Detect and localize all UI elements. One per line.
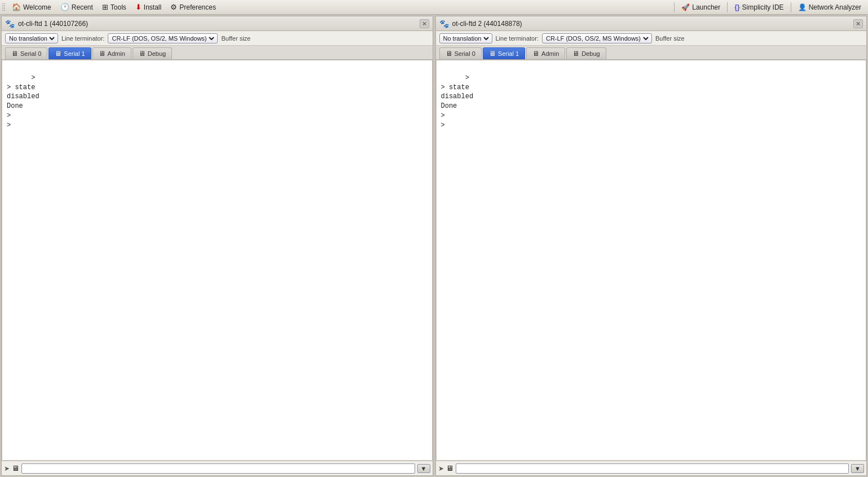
line-terminator-label-left: Line terminator: [61,35,104,42]
tab-right-serial0[interactable]: 🖥 Serial 0 [439,47,482,59]
main-area: 🐾 ot-cli-ftd 1 (440107266) ✕ No translat… [0,15,868,477]
terminal-left-content: > > state disabled Done > > [7,74,39,129]
line-terminator-select-left[interactable]: CR-LF (DOS, OS/2, MS Windows) [108,33,218,43]
menu-right: 🚀 Launcher {} Simplicity IDE 👤 Network A… [673,2,866,12]
buffer-size-label-left: Buffer size [221,35,250,42]
translation-select-right[interactable]: No translation [439,33,492,43]
input-arrow-right[interactable]: ▼ [851,464,864,473]
admin-icon-right: 🖥 [532,50,539,58]
menu-label-install: Install [144,3,161,11]
admin-icon-left: 🖥 [99,50,105,58]
tab-left-serial1[interactable]: 🖥 Serial 1 [49,47,91,59]
tab-right-admin[interactable]: 🖥 Admin [526,47,565,59]
menu-label-preferences: Preferences [179,3,216,11]
grid-icon: ⊞ [102,3,108,11]
tab-right-serial0-label: Serial 0 [455,50,475,57]
panel-left-terminal[interactable]: > > state disabled Done > > [2,60,433,461]
terminal-right-content: > > state disabled Done > > [441,74,474,129]
line-terminator-dropdown-left[interactable]: CR-LF (DOS, OS/2, MS Windows) [109,34,216,42]
menu-bar: 🏠 Welcome 🕐 Recent ⊞ Tools ⬇ Install ⚙ P… [0,0,868,15]
network-analyzer-label: Network Analyzer [809,3,861,11]
tab-right-serial1[interactable]: 🖥 Serial 1 [483,47,525,59]
menu-label-recent: Recent [72,3,93,11]
panel-right-input-bar: ➤ 🖥 ▼ [436,461,867,475]
panel-right-title: ot-cli-ftd 2 (440148878) [452,20,851,28]
panel-left: 🐾 ot-cli-ftd 1 (440107266) ✕ No translat… [1,16,433,476]
clock-icon: 🕐 [60,3,69,11]
simplicity-ide-label: Simplicity IDE [742,3,784,11]
terminal-icon-right: 🖥 [446,464,453,472]
input-arrow-left[interactable]: ▼ [417,464,430,473]
serial1-icon-left: 🖥 [55,50,61,58]
network-analyzer-icon: 👤 [798,3,807,11]
menu-item-launcher[interactable]: 🚀 Launcher [677,2,725,12]
debug-icon-right: 🖥 [572,50,579,58]
simplicity-ide-icon: {} [734,3,739,11]
separator [674,2,675,12]
tab-left-admin[interactable]: 🖥 Admin [92,47,131,59]
prompt-icon-left: ➤ [4,465,10,472]
menu-item-network-analyzer[interactable]: 👤 Network Analyzer [794,2,866,12]
tab-left-debug-label: Debug [148,50,166,57]
debug-icon-left: 🖥 [139,50,146,58]
terminal-icon-left: 🖥 [12,464,19,472]
panel-right-tabs: 🖥 Serial 0 🖥 Serial 1 🖥 Admin 🖥 Debug [436,46,867,60]
panel-right-close[interactable]: ✕ [853,19,863,28]
menu-item-tools[interactable]: ⊞ Tools [98,2,131,12]
panel-left-toolbar: No translation Line terminator: CR-LF (D… [2,31,433,46]
line-terminator-dropdown-right[interactable]: CR-LF (DOS, OS/2, MS Windows) [544,34,650,42]
tab-right-debug[interactable]: 🖥 Debug [566,47,606,59]
tab-left-serial0[interactable]: 🖥 Serial 0 [5,47,47,59]
panel-left-titlebar: 🐾 ot-cli-ftd 1 (440107266) ✕ [2,16,433,31]
buffer-size-label-right: Buffer size [655,35,685,42]
tab-right-debug-label: Debug [581,50,600,57]
tab-left-serial0-label: Serial 0 [20,50,41,57]
separator3 [791,2,791,12]
rocket-icon: 🚀 [681,3,690,11]
tab-left-serial1-label: Serial 1 [64,50,85,57]
prompt-icon-right: ➤ [438,465,444,472]
launcher-label: Launcher [692,3,720,11]
panel-right-terminal[interactable]: > > state disabled Done > > [436,60,867,461]
panel-right: 🐾 ot-cli-ftd 2 (440148878) ✕ No translat… [435,16,867,476]
menu-item-preferences[interactable]: ⚙ Preferences [166,2,221,12]
panel-left-title: ot-cli-ftd 1 (440107266) [18,20,416,28]
panel-right-toolbar: No translation Line terminator: CR-LF (D… [436,31,867,46]
line-terminator-label-right: Line terminator: [496,35,539,42]
menu-item-simplicity-ide[interactable]: {} Simplicity IDE [730,2,788,12]
command-input-left[interactable] [21,463,415,474]
tab-left-admin-label: Admin [108,50,125,57]
menu-label-tools: Tools [111,3,126,11]
menu-item-welcome[interactable]: 🏠 Welcome [7,2,56,12]
panel-left-tabs: 🖥 Serial 0 🖥 Serial 1 🖥 Admin 🖥 Debug [2,46,433,60]
install-icon: ⬇ [135,3,142,11]
panel-left-close[interactable]: ✕ [420,19,429,28]
menu-item-recent[interactable]: 🕐 Recent [56,2,98,12]
serial1-icon-right: 🖥 [489,50,496,58]
serial0-icon-right: 🖥 [446,50,452,58]
device-icon-right: 🐾 [439,19,449,28]
command-input-right[interactable] [456,463,849,474]
menu-item-install[interactable]: ⬇ Install [131,2,166,12]
translation-dropdown-left[interactable]: No translation [7,34,56,42]
translation-dropdown-right[interactable]: No translation [441,34,491,42]
home-icon: 🏠 [12,3,21,11]
serial0-icon-left: 🖥 [11,50,18,58]
gear-icon: ⚙ [170,3,177,11]
panel-right-titlebar: 🐾 ot-cli-ftd 2 (440148878) ✕ [436,16,867,31]
tab-left-debug[interactable]: 🖥 Debug [133,47,172,59]
tab-right-admin-label: Admin [541,50,559,57]
device-icon-left: 🐾 [5,19,15,28]
menu-grip[interactable] [2,3,5,11]
menu-label-welcome: Welcome [23,3,51,11]
tab-right-serial1-label: Serial 1 [498,50,519,57]
panel-left-input-bar: ➤ 🖥 ▼ [2,461,433,475]
separator2 [727,2,728,12]
translation-select-left[interactable]: No translation [5,33,58,43]
line-terminator-select-right[interactable]: CR-LF (DOS, OS/2, MS Windows) [542,33,652,43]
